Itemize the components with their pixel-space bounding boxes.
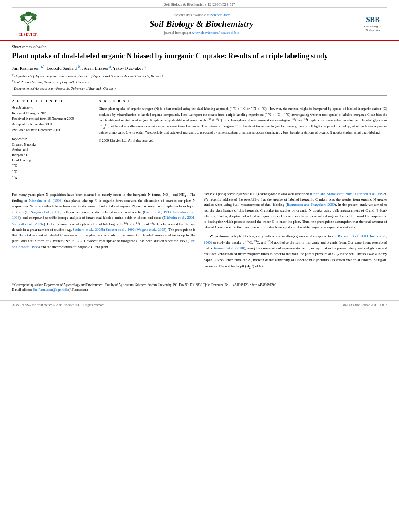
- authors-line: Jim Rasmussen a,*, Leopold Sauheitl b, J…: [12, 65, 387, 70]
- email-link[interactable]: Jim.Rasmussen@agrsci.dk: [33, 288, 68, 292]
- doi-text: doi:10.1016/j.soilbio.2009.11.032: [343, 303, 387, 307]
- article-content: Short communication Plant uptake of dual…: [0, 41, 399, 296]
- svg-point-11: [30, 13, 34, 16]
- journal-logo-right: SBB Soil Biology &Biochemistry: [359, 14, 387, 33]
- article-info-header: A R T I C L E I N F O: [12, 99, 93, 103]
- elsevier-text: ELSEVIER: [19, 33, 38, 37]
- article-info-column: A R T I C L E I N F O Article history: R…: [12, 99, 93, 181]
- body-para-2: tissue via phosphoenolpyruvate (PEP) car…: [204, 191, 387, 231]
- bottom-bar: 0038-0717/$ – see front matter © 2009 El…: [0, 300, 399, 309]
- keyword-4: Dual-labeling: [12, 158, 93, 163]
- abstract-column: A B S T R A C T Direct plant uptake of o…: [99, 99, 387, 181]
- ref-nasholm1998[interactable]: Näsholm et al. (1998): [29, 199, 63, 203]
- journal-citation: Soil Biology & Biochemistry 42 (2010) 52…: [164, 2, 235, 6]
- homepage-link[interactable]: www.elsevier.com/locate/soilbio: [192, 31, 239, 35]
- affiliation-c: c Department of Agroecosystem Research, …: [12, 85, 387, 91]
- ref-britto[interactable]: Britto and Kronzucker, 2005; Vuorinen et…: [311, 192, 385, 196]
- ref-biernath2[interactable]: Biernath et al. (2008): [214, 246, 245, 250]
- elsevier-tree-icon: [17, 11, 39, 33]
- footnote-corresponding: * Corresponding author. Department of Ag…: [12, 283, 387, 288]
- body-para-1: For many years plant N acquisition have …: [12, 191, 195, 250]
- ref-nasholm2001[interactable]: Näsholm et al., 2001; Sauheitl et al., 2…: [12, 216, 195, 226]
- svg-rect-0: [27, 26, 29, 31]
- journal-header: ELSEVIER Contents lists available at Sci…: [0, 8, 399, 41]
- keyword-13c: 13C: [12, 169, 93, 175]
- keyword-3: Inorganic C: [12, 153, 93, 158]
- ref-biernath[interactable]: Biernath et al., 2008; Jones et al., 200…: [204, 234, 387, 244]
- received-date: Received 12 August 2009: [12, 111, 93, 116]
- svg-point-10: [22, 14, 27, 16]
- copyright-line: © 2009 Elsevier Ltd. All rights reserved…: [99, 138, 387, 142]
- footnote-email: E-mail address: Jim.Rasmussen@agrsci.dk …: [12, 288, 387, 292]
- issn-text: 0038-0717/$ – see front matter © 2009 El…: [12, 303, 105, 307]
- article-history-label: Article history:: [12, 105, 93, 109]
- abstract-header: A B S T R A C T: [99, 99, 387, 103]
- affiliation-b: b Soil Physics Section, University of Ba…: [12, 79, 387, 85]
- ref-sauheitl2009b[interactable]: Sauheitl et al., 2009b; Streeter et al.,…: [73, 228, 165, 232]
- sciencedirect-anchor[interactable]: ScienceDirect: [210, 13, 230, 17]
- ref-graf[interactable]: Graf and Aronoff, 1955: [12, 239, 195, 249]
- sbb-logo: SBB Soil Biology &Biochemistry: [360, 15, 386, 32]
- journal-name: Soil Biology & Biochemistry: [48, 18, 355, 29]
- ref-elnaggar[interactable]: El-Naggar et al., 2009: [26, 210, 59, 214]
- journal-title-center: Contents lists available at ScienceDirec…: [48, 13, 355, 35]
- affiliations: a Department of Agroecology and Environm…: [12, 73, 387, 91]
- affiliation-a: a Department of Agroecology and Environm…: [12, 73, 387, 79]
- authors-text: Jim Rasmussen a,*, Leopold Sauheitl b, J…: [12, 66, 146, 70]
- journal-info-bar: Soil Biology & Biochemistry 42 (2010) 52…: [12, 0, 387, 8]
- body-para-3: We performed a triple labeling study wit…: [204, 234, 387, 270]
- body-left-column: For many years plant N acquisition have …: [12, 191, 195, 273]
- article-info-abstract-section: A R T I C L E I N F O Article history: R…: [12, 99, 387, 181]
- keyword-1: Organic N uptake: [12, 142, 93, 147]
- available-date: Available online 5 December 2009: [12, 128, 93, 133]
- keyword-15n: 15N: [12, 175, 93, 181]
- page-container: Soil Biology & Biochemistry 42 (2010) 52…: [0, 0, 399, 532]
- keyword-14c: 14C: [12, 163, 93, 168]
- body-section: For many years plant N acquisition have …: [12, 187, 387, 273]
- divider-1: [12, 95, 387, 96]
- elsevier-logo: ELSEVIER: [12, 11, 44, 37]
- keyword-2: Amino acid: [12, 148, 93, 152]
- keywords-label: Keywords:: [12, 137, 93, 141]
- revised-date: Received in revised form 18 November 200…: [12, 117, 93, 121]
- article-title: Plant uptake of dual-labeled organic N b…: [12, 51, 387, 61]
- abstract-text: Direct plant uptake of organic nitrogen …: [99, 105, 387, 135]
- accepted-date: Accepted 22 November 2009: [12, 122, 93, 127]
- ref-rasmussen2009[interactable]: Rasmussen and Kuzyakov, 2009: [287, 203, 335, 207]
- article-type: Short communication: [12, 45, 387, 49]
- body-two-col: For many years plant N acquisition have …: [12, 191, 387, 273]
- sciencedirect-link: Contents lists available at ScienceDirec…: [48, 13, 355, 17]
- footnote-area: * Corresponding author. Department of Ag…: [12, 279, 387, 292]
- body-right-column: tissue via phosphoenolpyruvate (PEP) car…: [204, 191, 387, 273]
- journal-homepage: journal homepage: www.elsevier.com/locat…: [48, 31, 355, 35]
